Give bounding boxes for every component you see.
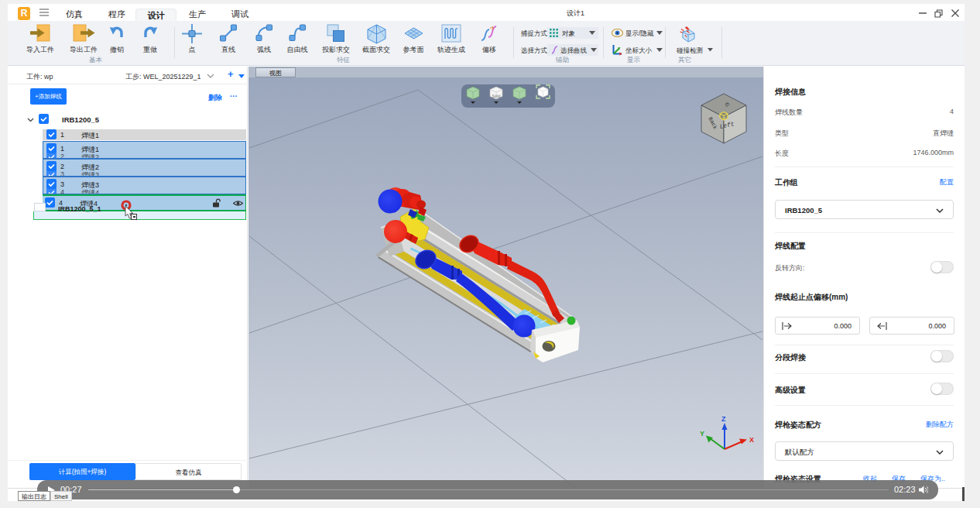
svg-text:Solid: Solid: [492, 94, 500, 98]
svg-text:Z: Z: [721, 415, 726, 423]
svg-text:X: X: [749, 436, 754, 444]
svg-text:Y: Y: [700, 430, 704, 438]
